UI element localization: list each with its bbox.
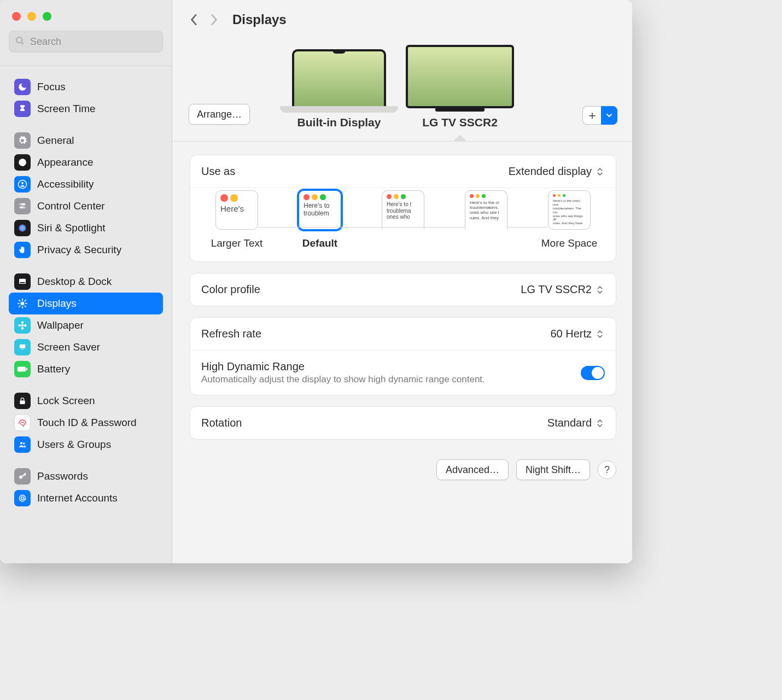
sidebar-item-screen-saver[interactable]: Screen Saver (9, 336, 163, 358)
refresh-rate-row[interactable]: Refresh rate 60 Hertz (190, 318, 616, 351)
sidebar-item-internet-accounts[interactable]: Internet Accounts (9, 487, 163, 509)
sidebar-item-control-center[interactable]: Control Center (9, 195, 163, 217)
at-icon (14, 490, 31, 506)
sidebar-item-appearance[interactable]: Appearance (9, 151, 163, 173)
sidebar-item-battery[interactable]: Battery (9, 358, 163, 380)
add-display-menu-button[interactable] (601, 106, 617, 125)
svg-point-33 (19, 476, 22, 479)
key-icon (14, 468, 31, 485)
svg-point-8 (24, 207, 25, 208)
svg-point-12 (21, 302, 25, 306)
resolution-step-4[interactable]: Here's to the crtroublemakers.ones who s… (451, 190, 522, 249)
sidebar-item-label: Control Center (37, 200, 105, 212)
resolution-more-space[interactable]: Here's to the crazy onetroublemakers. Th… (534, 190, 605, 249)
sidebar-item-label: Siri & Spotlight (37, 222, 106, 234)
sidebar-item-label: Accessibility (37, 178, 94, 190)
sidebar-item-users-groups[interactable]: Users & Groups (9, 434, 163, 456)
svg-point-6 (20, 203, 21, 205)
color-profile-row[interactable]: Color profile LG TV SSCR2 (190, 273, 616, 306)
sidebar-item-siri-spotlight[interactable]: Siri & Spotlight (9, 217, 163, 239)
sidebar-item-lock-screen[interactable]: Lock Screen (9, 390, 163, 412)
help-icon: ? (604, 464, 610, 476)
use-as-value: Extended display (509, 165, 605, 178)
resolution-larger-text[interactable]: Here's Larger Text (201, 190, 272, 249)
sidebar-item-focus[interactable]: Focus (9, 76, 163, 98)
sidebar-item-screen-time[interactable]: Screen Time (9, 98, 163, 120)
help-button[interactable]: ? (598, 460, 616, 479)
sidebar-item-label: Users & Groups (37, 439, 111, 451)
sun-icon (14, 295, 31, 312)
screen-icon (14, 339, 31, 355)
svg-rect-30 (20, 400, 25, 404)
person-icon (14, 176, 31, 192)
sidebar-item-label: Desktop & Dock (37, 276, 112, 288)
sidebar-item-label: Internet Accounts (37, 492, 118, 504)
battery-icon (14, 361, 31, 377)
rotation-row[interactable]: Rotation Standard (190, 407, 616, 439)
nav-back-button[interactable] (184, 10, 204, 30)
dock-icon (14, 273, 31, 290)
add-display-button[interactable]: ＋ (582, 106, 601, 125)
minimize-window-button[interactable] (27, 12, 36, 21)
sidebar-item-label: Appearance (37, 156, 93, 168)
sidebar-item-privacy-security[interactable]: Privacy & Security (9, 239, 163, 261)
svg-point-31 (20, 442, 22, 444)
finger-icon (14, 415, 31, 431)
resolution-step-3[interactable]: Here's to ttroublemaones who . (367, 190, 439, 249)
users-icon (14, 436, 31, 453)
rotation-label: Rotation (201, 417, 242, 429)
sidebar-item-label: Lock Screen (37, 395, 95, 407)
sidebar-item-touch-id-password[interactable]: Touch ID & Password (9, 412, 163, 434)
display-external[interactable]: LG TV SSCR2 (406, 45, 514, 129)
search-input[interactable] (30, 36, 157, 48)
display-settings-panel: Refresh rate 60 Hertz High Dynamic Range… (190, 317, 616, 395)
svg-line-18 (25, 306, 26, 307)
sidebar-item-desktop-dock[interactable]: Desktop & Dock (9, 271, 163, 293)
titlebar: Displays (172, 0, 632, 39)
color-profile-panel: Color profile LG TV SSCR2 (190, 273, 616, 306)
hourglass-icon (14, 101, 31, 117)
night-shift-button[interactable]: Night Shift… (516, 459, 590, 480)
hdr-row: High Dynamic Range Automatically adjust … (190, 351, 616, 395)
svg-point-0 (16, 37, 22, 43)
sidebar-item-wallpaper[interactable]: Wallpaper (9, 314, 163, 336)
use-as-row[interactable]: Use as Extended display (190, 155, 616, 188)
sidebar: FocusScreen TimeGeneralAppearanceAccessi… (0, 0, 172, 563)
svg-point-24 (19, 324, 21, 327)
search-field[interactable] (9, 31, 163, 52)
sidebar-item-passwords[interactable]: Passwords (9, 465, 163, 487)
siri-icon (14, 220, 31, 236)
sidebar-item-label: Screen Time (37, 103, 96, 115)
advanced-button[interactable]: Advanced… (436, 459, 509, 480)
rotation-panel: Rotation Standard (190, 406, 616, 440)
svg-point-3 (19, 180, 27, 189)
sidebar-item-displays[interactable]: Displays (9, 293, 163, 314)
system-settings-window: FocusScreen TimeGeneralAppearanceAccessi… (0, 0, 632, 563)
display-builtin[interactable]: Built-in Display (292, 49, 386, 129)
zoom-window-button[interactable] (43, 12, 51, 21)
nav-forward-button[interactable] (204, 10, 224, 30)
moon-icon (14, 79, 31, 95)
hdr-toggle[interactable] (581, 366, 605, 380)
sidebar-item-general[interactable]: General (9, 130, 163, 151)
svg-point-21 (21, 324, 24, 327)
close-window-button[interactable] (12, 12, 21, 21)
content-area: Displays Arrange… Built-in Display LG TV… (172, 0, 632, 563)
hdr-sublabel: Automatically adjust the display to show… (201, 374, 485, 385)
updown-icon (595, 166, 605, 178)
sidebar-item-accessibility[interactable]: Accessibility (9, 173, 163, 195)
arrange-button[interactable]: Arrange… (189, 104, 250, 125)
resolution-picker: Here's Larger Text Here's totroublem Def… (190, 188, 616, 261)
plus-icon: ＋ (586, 107, 598, 124)
svg-line-17 (19, 300, 20, 301)
svg-rect-26 (20, 345, 26, 348)
color-profile-value: LG TV SSCR2 (521, 283, 605, 296)
resolution-default[interactable]: Here's totroublem Default (284, 190, 355, 249)
svg-line-20 (25, 300, 26, 301)
sidebar-item-label: Screen Saver (37, 341, 100, 353)
refresh-rate-value: 60 Hertz (550, 328, 605, 340)
use-as-label: Use as (201, 165, 235, 178)
sidebar-item-label: Focus (37, 81, 66, 93)
svg-line-19 (19, 306, 20, 307)
window-controls (0, 4, 172, 25)
